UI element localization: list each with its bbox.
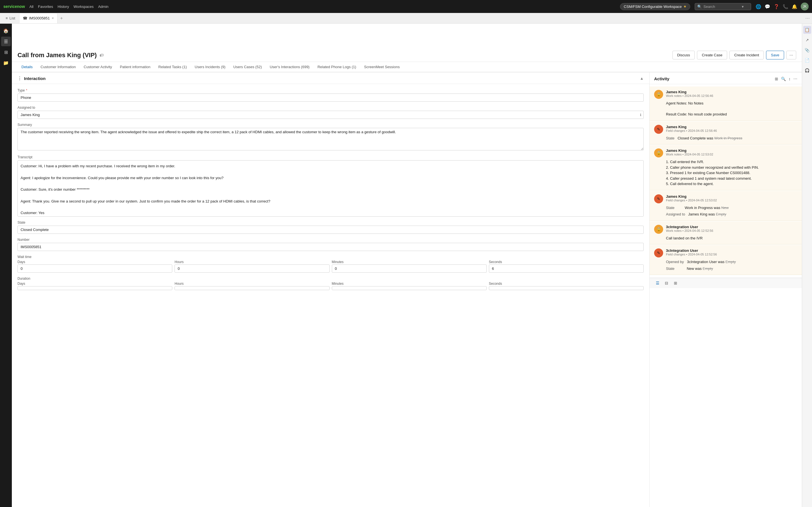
activity-type-1: Work notes • 2024-04-05 12:56:46: [666, 94, 797, 98]
activity-filter-icon[interactable]: ⊞: [775, 76, 778, 81]
section-menu-icon[interactable]: ⋮: [17, 76, 22, 81]
field-change-row: State Work in Progress was New: [666, 205, 797, 211]
sub-tab-users-incidents[interactable]: Users Incidents (9): [191, 62, 230, 72]
search-input[interactable]: [703, 4, 740, 9]
activity-info-4: James King Field changes • 2024-04-05 12…: [666, 194, 797, 202]
section-title-text: Interaction: [24, 76, 46, 81]
wait-minutes-label: Minutes: [332, 260, 487, 264]
type-input[interactable]: [17, 94, 644, 102]
right-sidebar-link-icon[interactable]: ↗: [803, 36, 811, 44]
nav-link-workspaces[interactable]: Workspaces: [73, 4, 94, 9]
bell-icon[interactable]: 🔔: [792, 4, 797, 9]
assigned-to-input[interactable]: [17, 111, 644, 119]
dur-minutes-cell: Minutes: [332, 282, 487, 290]
right-sidebar-headset-icon[interactable]: 🎧: [803, 66, 811, 74]
dur-seconds-cell: Seconds: [489, 282, 644, 290]
activity-line: 5. Call delivered to the agent.: [666, 181, 797, 187]
sub-tab-patient-info[interactable]: Patient information: [116, 62, 154, 72]
right-sidebar-clip-icon[interactable]: 📎: [803, 46, 811, 54]
sub-tab-users-cases[interactable]: Users Cases (52): [230, 62, 266, 72]
wait-time-grid: Days 0 Hours 0 Minutes 0 Seconds: [17, 260, 644, 273]
phone-icon[interactable]: 📞: [783, 4, 788, 9]
tab-list[interactable]: ≡ List: [2, 13, 18, 23]
dur-hours-cell: Hours: [174, 282, 329, 290]
nav-link-admin[interactable]: Admin: [98, 4, 109, 9]
activity-title: Activity: [654, 76, 669, 81]
field-state: State: [17, 221, 644, 234]
summary-input[interactable]: The customer reported receiving the wron…: [17, 128, 644, 151]
activity-more-icon[interactable]: ⋯: [794, 76, 797, 81]
workspace-pill[interactable]: CSM/FSM Configurable Workspace ★: [620, 3, 690, 10]
record-title: Call from James King (VIP) 🏷: [17, 52, 103, 59]
sidebar-grid-icon[interactable]: ⊞: [1, 47, 11, 57]
sub-tab-screenmeet[interactable]: ScreenMeet Sessions: [360, 62, 403, 72]
sub-tab-customer-activity[interactable]: Customer Activity: [80, 62, 116, 72]
activity-line: 1. Call entered the IVR.: [666, 159, 797, 165]
right-sidebar: 📋 ↗ 📎 📄 🎧: [802, 24, 812, 507]
sidebar-menu-icon[interactable]: ☰: [1, 37, 11, 46]
activity-sort-icon[interactable]: ↕: [789, 76, 791, 81]
activity-feed: 🔒 James King Work notes • 2024-04-05 12:…: [650, 84, 802, 278]
activity-search-icon[interactable]: 🔍: [781, 76, 786, 81]
field-change-row: State New was Empty: [666, 266, 797, 272]
globe-icon[interactable]: 🌐: [756, 4, 761, 9]
activity-type-5: Work notes • 2024-04-05 12:52:56: [666, 229, 797, 232]
sidebar-folder-icon[interactable]: 📁: [1, 58, 11, 68]
assigned-to-field-wrapper: ℹ: [17, 111, 644, 119]
activity-meta-6: ✎ 3cIntegration User Field changes • 202…: [654, 248, 797, 258]
wait-days-label: Days: [17, 260, 172, 264]
chat-icon[interactable]: 💬: [765, 4, 770, 9]
wait-seconds-cell: Seconds 6: [489, 260, 644, 273]
sub-tab-customer-info[interactable]: Customer Information: [37, 62, 80, 72]
help-icon[interactable]: ❓: [774, 4, 779, 9]
activity-type-4: Field changes • 2024-04-05 12:53:02: [666, 199, 797, 202]
list-view-icon[interactable]: ☰: [654, 280, 661, 286]
save-button[interactable]: Save: [766, 51, 784, 59]
nav-link-favorites[interactable]: Favorites: [38, 4, 53, 9]
tab-add-button[interactable]: +: [58, 15, 65, 22]
user-avatar[interactable]: JK: [801, 3, 809, 10]
tag-icon[interactable]: 🏷: [100, 53, 103, 57]
transcript-content[interactable]: Customer: Hi, I have a problem with my r…: [17, 160, 644, 217]
search-dropdown-icon[interactable]: ▾: [742, 4, 744, 9]
state-input[interactable]: [17, 226, 644, 234]
field-transcript: Transcript Customer: Hi, I have a proble…: [17, 155, 644, 217]
old-value: Empty: [716, 212, 726, 216]
discuss-button[interactable]: Discuss: [672, 51, 695, 59]
right-sidebar-record-icon[interactable]: 📋: [803, 26, 811, 34]
activity-action-icons: ⊞ 🔍 ↕ ⋯: [775, 76, 797, 81]
right-sidebar-doc-icon[interactable]: 📄: [803, 56, 811, 64]
activity-user-3: James King: [666, 149, 797, 153]
activity-avatar-6: ✎: [654, 248, 663, 258]
create-case-button[interactable]: Create Case: [697, 51, 727, 59]
compact-view-icon[interactable]: ⊟: [663, 280, 670, 286]
content-area: ⋮ Interaction ▲ Type * Assigned to: [12, 72, 802, 507]
workspace-star-icon: ★: [683, 4, 687, 8]
sub-tab-details[interactable]: Details: [17, 62, 37, 72]
activity-meta-5: 🔒 3cIntegration User Work notes • 2024-0…: [654, 225, 797, 234]
more-actions-button[interactable]: ⋯: [786, 51, 796, 59]
grid-view-icon[interactable]: ⊞: [672, 280, 679, 286]
tab-ims0005851[interactable]: ☎ IMS0005851 ✕: [19, 13, 57, 23]
nav-link-history[interactable]: History: [57, 4, 69, 9]
number-input[interactable]: [17, 243, 644, 251]
sub-tab-users-interactions[interactable]: User's Interactions (699): [266, 62, 313, 72]
interaction-section-title: ⋮ Interaction: [17, 76, 46, 81]
activity-type-6: Field changes • 2024-04-05 12:52:56: [666, 252, 797, 256]
logo: servicenow: [3, 4, 25, 9]
create-incident-button[interactable]: Create Incident: [729, 51, 764, 59]
field-change-row: Opened by 3cIntegration User was Empty: [666, 259, 797, 265]
sidebar-home-icon[interactable]: 🏠: [1, 26, 11, 36]
tab-close-icon[interactable]: ✕: [52, 17, 54, 20]
field-wait-time: Wait time Days 0 Hours 0 Minutes 0: [17, 255, 644, 273]
dur-days-label: Days: [17, 282, 172, 286]
search-bar[interactable]: 🔍 ▾: [695, 3, 751, 10]
activity-item: ✎ 3cIntegration User Field changes • 202…: [650, 245, 802, 275]
activity-line: 3. Pressed 1 for existing Case Number CS…: [666, 170, 797, 176]
assigned-to-info-icon[interactable]: ℹ: [640, 113, 642, 117]
section-collapse-icon[interactable]: ▲: [640, 76, 644, 80]
tab-more-button[interactable]: ⋯: [805, 15, 810, 21]
nav-link-all[interactable]: All: [29, 4, 33, 9]
sub-tab-related-tasks[interactable]: Related Tasks (1): [154, 62, 191, 72]
sub-tab-phone-logs[interactable]: Related Phone Logs (1): [313, 62, 360, 72]
